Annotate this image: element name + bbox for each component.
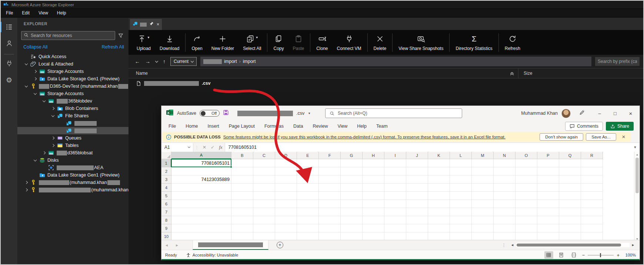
column-header-a[interactable]: A: [171, 152, 231, 159]
cell-N3[interactable]: [494, 175, 515, 184]
cell-E9[interactable]: [297, 224, 319, 232]
cell-O1[interactable]: [515, 159, 537, 167]
cell-J1[interactable]: [406, 159, 428, 167]
scroll-left-icon[interactable]: ◄: [509, 243, 516, 247]
active-sheet-tab[interactable]: [193, 240, 268, 250]
formula-enter-icon[interactable]: ✓: [208, 143, 217, 152]
account-icon[interactable]: [1, 36, 17, 50]
tree-item[interactable]: Tables: [17, 142, 129, 149]
tree-item[interactable]: (muhammad.khan: [17, 179, 129, 186]
cell-H2[interactable]: [363, 167, 384, 175]
view-page-break-button[interactable]: [570, 251, 578, 259]
tree-item[interactable]: AEA: [17, 164, 129, 171]
cell-N5[interactable]: [494, 192, 515, 200]
new-folder-button[interactable]: New Folder: [207, 34, 238, 51]
chevron-down-icon[interactable]: [24, 86, 29, 87]
cell-J10[interactable]: [406, 232, 428, 241]
cell-P1[interactable]: [537, 159, 559, 167]
row-header-1[interactable]: 1: [161, 159, 171, 167]
horizontal-scrollbar[interactable]: ◄ ►: [509, 243, 637, 247]
connect-vm-button[interactable]: Connect VM: [333, 34, 366, 51]
cell-D5[interactable]: [275, 192, 297, 200]
cell-J2[interactable]: [406, 167, 428, 175]
cell-C6[interactable]: [253, 200, 275, 208]
filter-icon[interactable]: [116, 31, 126, 40]
ribbon-tab-help[interactable]: Help: [352, 121, 371, 132]
tree-item[interactable]: Disks: [17, 157, 129, 164]
scope-dropdown[interactable]: Current: [170, 57, 197, 66]
refresh-button[interactable]: Refresh: [500, 34, 525, 51]
excel-search-input[interactable]: [338, 111, 458, 116]
column-header-d[interactable]: D: [275, 152, 297, 159]
column-header-m[interactable]: M: [472, 152, 494, 159]
cell-H10[interactable]: [363, 232, 384, 241]
cell-N8[interactable]: [494, 216, 515, 224]
cell-N4[interactable]: [494, 184, 515, 192]
excel-search-box[interactable]: [325, 108, 462, 118]
open-button[interactable]: Open: [187, 34, 207, 51]
cell-M8[interactable]: [472, 216, 494, 224]
tree-item[interactable]: Local & Attached: [17, 60, 129, 68]
maximize-button[interactable]: □: [611, 111, 619, 116]
tree-item[interactable]: Storage Accounts: [17, 90, 129, 97]
cell-E4[interactable]: [297, 184, 319, 192]
cell-L4[interactable]: [450, 184, 472, 192]
explorer-icon[interactable]: [1, 20, 17, 34]
cell-J9[interactable]: [406, 224, 428, 232]
close-button[interactable]: ×: [627, 110, 634, 117]
cell-J3[interactable]: [406, 175, 428, 184]
cell-J6[interactable]: [406, 200, 428, 208]
cell-C8[interactable]: [253, 216, 275, 224]
column-header-g[interactable]: G: [341, 152, 363, 159]
cell-I8[interactable]: [384, 216, 406, 224]
cell-G4[interactable]: [341, 184, 363, 192]
chevron-down-icon[interactable]: [24, 64, 29, 65]
chevron-down-icon[interactable]: [33, 93, 37, 94]
save-as-button[interactable]: Save As...: [586, 133, 616, 141]
cell-D7[interactable]: [275, 208, 297, 216]
breadcrumb-segment[interactable]: import: [224, 59, 237, 64]
cell-I6[interactable]: [384, 200, 406, 208]
column-header-o[interactable]: O: [515, 152, 537, 159]
up-button[interactable]: ↑: [160, 58, 168, 64]
cell-M7[interactable]: [472, 208, 494, 216]
cell-R6[interactable]: [581, 200, 603, 208]
ribbon-tab-data[interactable]: Data: [288, 121, 308, 132]
menu-item-help[interactable]: Help: [53, 10, 70, 16]
zoom-slider-thumb[interactable]: [600, 253, 601, 257]
row-header-10[interactable]: 10: [161, 232, 171, 241]
select-all-button[interactable]: ▼Select All: [238, 34, 266, 51]
tree-item[interactable]: d365blobsat: [17, 149, 129, 157]
settings-icon[interactable]: ⚙: [1, 73, 17, 87]
cell-K10[interactable]: [428, 232, 450, 241]
cell-A1[interactable]: 77081605101: [171, 159, 231, 167]
cell-I2[interactable]: [384, 167, 406, 175]
cell-I1[interactable]: [384, 159, 406, 167]
cell-F6[interactable]: [319, 200, 341, 208]
cell-D1[interactable]: [275, 159, 297, 167]
cell-H6[interactable]: [363, 200, 384, 208]
row-header-8[interactable]: 8: [161, 216, 171, 224]
cell-H9[interactable]: [363, 224, 384, 232]
cell-R10[interactable]: [581, 232, 603, 241]
row-header-7[interactable]: 7: [161, 208, 171, 216]
cell-H3[interactable]: [363, 175, 384, 184]
chevron-right-icon[interactable]: [50, 137, 55, 139]
cell-A2[interactable]: [171, 167, 231, 175]
cell-J8[interactable]: [406, 216, 428, 224]
cell-N6[interactable]: [494, 200, 515, 208]
cell-E1[interactable]: [297, 159, 319, 167]
cell-E5[interactable]: [297, 192, 319, 200]
cell-A6[interactable]: [171, 200, 231, 208]
back-button[interactable]: ←: [132, 58, 143, 64]
chevron-down-icon[interactable]: [41, 101, 46, 102]
cell-B1[interactable]: [231, 159, 253, 167]
cell-L9[interactable]: [450, 224, 472, 232]
cell-H5[interactable]: [363, 192, 384, 200]
warning-close-icon[interactable]: ✕: [622, 134, 625, 140]
cell-A9[interactable]: [171, 224, 231, 232]
chevron-right-icon[interactable]: [24, 189, 29, 191]
view-page-layout-button[interactable]: [557, 251, 566, 259]
cell-R7[interactable]: [581, 208, 603, 216]
pin-icon[interactable]: [149, 21, 154, 28]
